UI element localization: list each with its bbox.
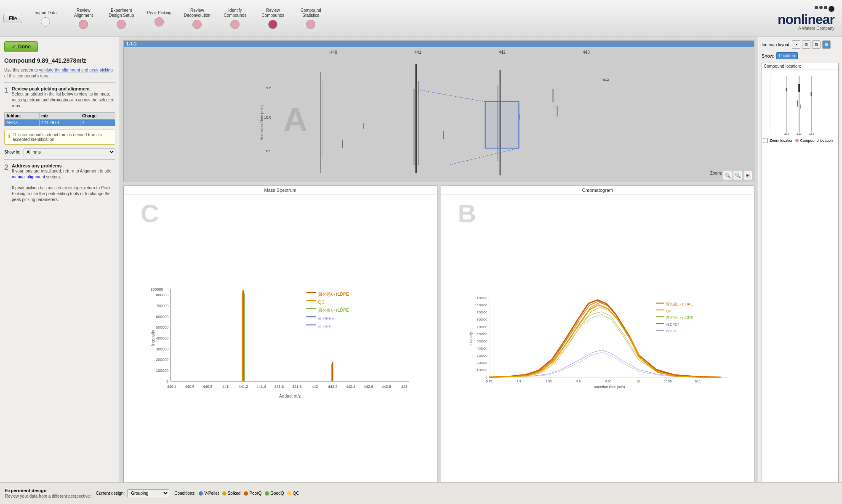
svg-text:441: 441 <box>222 385 229 389</box>
alignment-link[interactable]: validate the alignment and peak picking <box>39 68 113 72</box>
svg-rect-115 <box>800 104 801 109</box>
zoom-controls: Zoom: 🔍 🔍 ⊞ <box>710 171 752 180</box>
compound-title: Compound 9.89_441.2978m/z <box>4 57 115 64</box>
step-circle-stats <box>306 20 315 29</box>
step-review-alignment[interactable]: ReviewAlignment <box>69 8 98 29</box>
svg-text:9.75: 9.75 <box>486 379 492 383</box>
svg-text:442.6: 442.6 <box>364 385 373 389</box>
compound-location-dot <box>795 139 799 142</box>
condition-v-pellet: V-Pellet <box>199 491 218 496</box>
condition-spiked: Spiked <box>222 491 241 496</box>
zoom-label: Zoom: <box>710 171 722 180</box>
right-panel: Ion map layout: ▪ ⊞ ⊟ ⊠ Show: Location C… <box>758 37 842 504</box>
step-circle-alignment <box>79 20 88 29</box>
svg-text:442: 442 <box>312 385 318 389</box>
svg-text:1000000: 1000000 <box>475 303 487 307</box>
location-btn[interactable]: Location <box>776 52 798 59</box>
step-circle-review <box>268 20 277 29</box>
svg-text:9.85: 9.85 <box>545 379 552 383</box>
svg-rect-23 <box>557 106 558 117</box>
svg-text:Adduct m/z: Adduct m/z <box>279 394 301 398</box>
svg-text:443: 443 <box>401 385 408 389</box>
svg-text:440.8: 440.8 <box>203 385 213 389</box>
layout-btn-3[interactable]: ⊟ <box>812 40 821 49</box>
manual-alignment-link[interactable]: manual alignment <box>12 175 45 179</box>
chromatogram-svg: 0 100000 200000 300000 400000 500000 600… <box>466 199 738 488</box>
svg-text:vLDPE+: vLDPE+ <box>666 322 679 326</box>
show-in-label: Show in: <box>4 150 20 154</box>
step-review-deconv[interactable]: ReviewDeconvolution <box>182 8 212 29</box>
adduct-row[interactable]: M+Na 441.2978 1 <box>5 119 115 126</box>
svg-rect-15 <box>418 81 419 165</box>
charge-col-header: Charge <box>80 113 115 119</box>
svg-text:800000: 800000 <box>477 318 487 321</box>
svg-rect-101 <box>656 323 664 324</box>
svg-text:600000: 600000 <box>156 315 168 319</box>
step-circle-import <box>41 17 50 27</box>
mz-cell: 441.2978 <box>40 119 80 126</box>
layout-btn-1[interactable]: ▪ <box>792 40 800 49</box>
layout-btn-2[interactable]: ⊞ <box>802 40 810 49</box>
exp-design-section: Experiment design Review your data from … <box>5 488 91 499</box>
svg-text:443: 443 <box>809 133 814 135</box>
svg-text:443: 443 <box>583 50 590 55</box>
svg-text:441: 441 <box>784 133 789 135</box>
file-button[interactable]: File <box>3 14 22 23</box>
poorq-dot <box>244 491 248 496</box>
svg-text:440.6: 440.6 <box>185 385 195 389</box>
ion-map-header: 1-1-1: <box>124 41 754 47</box>
svg-text:10.05: 10.05 <box>663 379 671 383</box>
info-icon: ℹ <box>8 133 10 139</box>
show-in-select[interactable]: All runs <box>24 148 115 156</box>
design-select[interactable]: Grouping <box>127 489 169 497</box>
step-identify-compounds[interactable]: IdentifyCompounds <box>220 8 250 29</box>
svg-text:Retention Time (min): Retention Time (min) <box>260 105 264 141</box>
ion-map-svg: 440 441 442 443 m/z 9.5 10.0 10.5 Retent… <box>124 47 754 182</box>
ion-map-breadcrumb: 1-1-1: <box>126 42 138 46</box>
svg-rect-12 <box>322 81 322 157</box>
svg-rect-13 <box>416 64 417 173</box>
svg-text:900000: 900000 <box>150 287 163 292</box>
zoom-in-btn[interactable]: 🔍 <box>723 171 732 180</box>
spiked-dot <box>222 491 226 496</box>
chart-letter-b: B <box>458 199 476 228</box>
qc-dot <box>287 491 291 496</box>
svg-text:質の良い rLDPE: 質の良い rLDPE <box>318 308 349 313</box>
svg-text:441.4: 441.4 <box>256 385 266 389</box>
svg-text:QC: QC <box>666 309 671 313</box>
svg-rect-105 <box>762 72 838 135</box>
svg-text:質の良い rLDPE: 質の良い rLDPE <box>666 316 693 320</box>
chromatogram-title: Chromatogram <box>441 186 754 195</box>
svg-text:0: 0 <box>166 379 168 384</box>
zoom-fit-btn[interactable]: ⊞ <box>743 171 752 180</box>
step-review-compounds[interactable]: ReviewCompounds <box>258 8 288 29</box>
zoom-location-checkbox[interactable] <box>763 138 768 143</box>
center-area: 1-1-1: 440 441 442 443 m/z 9.5 <box>120 37 758 504</box>
step-compound-stats[interactable]: CompoundStatistics <box>296 8 325 29</box>
svg-text:100000: 100000 <box>477 368 487 372</box>
step-circle-deconv <box>192 20 202 29</box>
step-experiment-design[interactable]: ExperimentDesign Setup <box>107 8 136 29</box>
step-circle-design <box>117 20 126 29</box>
svg-text:10: 10 <box>636 379 639 383</box>
svg-text:1100000: 1100000 <box>475 296 487 300</box>
svg-text:vLDPE+: vLDPE+ <box>318 316 334 321</box>
chromatogram-area: B 0 100000 200000 300000 400000 500000 6… <box>441 195 754 500</box>
chart-letter-c: C <box>141 199 159 228</box>
adduct-col-header: Adduct <box>5 113 40 119</box>
svg-rect-97 <box>656 310 664 310</box>
brand-dots <box>815 6 834 12</box>
step-peak-picking[interactable]: Peak Picking <box>144 11 174 27</box>
svg-rect-113 <box>810 92 812 96</box>
done-button[interactable]: ✓ Done <box>4 41 38 52</box>
ion-map-canvas[interactable]: 440 441 442 443 m/z 9.5 10.0 10.5 Retent… <box>124 47 754 182</box>
svg-text:442: 442 <box>797 133 802 135</box>
zoom-out-btn[interactable]: 🔍 <box>733 171 742 180</box>
svg-rect-69 <box>306 324 316 326</box>
layout-btn-4[interactable]: ⊠ <box>822 40 831 49</box>
svg-text:QC: QC <box>318 300 325 305</box>
svg-text:200000: 200000 <box>156 358 168 362</box>
svg-text:441: 441 <box>414 50 421 55</box>
step-import-data[interactable]: Import Data <box>31 11 60 27</box>
step1-desc: Select an adduct in the list below to vi… <box>12 91 115 109</box>
